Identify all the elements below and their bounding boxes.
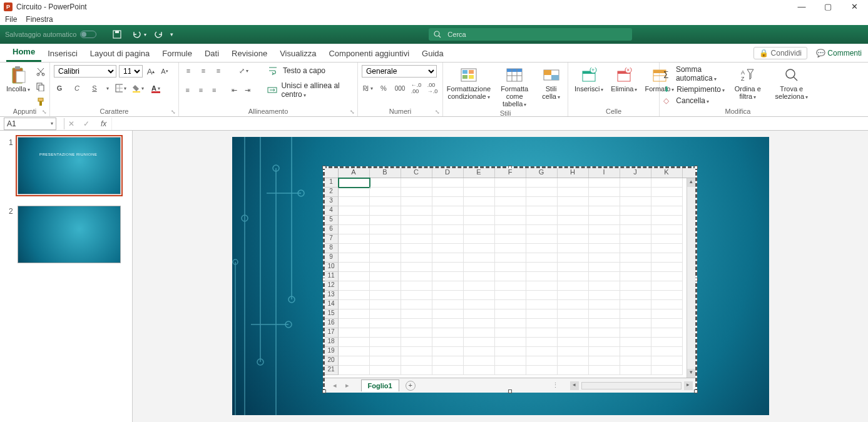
cell[interactable] (651, 234, 683, 244)
cell[interactable] (464, 178, 495, 188)
cell[interactable] (401, 244, 432, 253)
cell[interactable] (495, 300, 526, 309)
cell[interactable] (401, 347, 432, 356)
cell[interactable] (339, 263, 370, 272)
cell[interactable] (620, 300, 651, 309)
cell[interactable] (370, 178, 401, 188)
vertical-scrollbar[interactable]: ▴ ▾ (687, 178, 695, 378)
cell[interactable] (401, 178, 432, 188)
paste-button[interactable]: Incolla (4, 65, 33, 94)
align-bottom-button[interactable]: ≡ (213, 65, 224, 76)
align-right-button[interactable]: ≡ (210, 84, 219, 96)
cell[interactable] (495, 319, 526, 328)
cell[interactable] (495, 225, 526, 234)
new-sheet-button[interactable]: + (406, 381, 416, 391)
cell[interactable] (401, 281, 432, 291)
row-header[interactable]: 6 (325, 225, 339, 234)
scroll-up-button[interactable]: ▴ (687, 178, 695, 187)
cell[interactable] (464, 188, 495, 197)
cell[interactable] (589, 244, 620, 253)
format-painter-button[interactable] (35, 96, 46, 108)
cell[interactable] (464, 216, 495, 225)
cell[interactable] (589, 206, 620, 216)
cell[interactable] (432, 281, 464, 291)
cell[interactable] (558, 347, 589, 356)
cell[interactable] (401, 216, 432, 225)
increase-font-button[interactable]: A▴ (145, 66, 156, 77)
row-header[interactable]: 16 (325, 319, 339, 328)
cell[interactable] (370, 309, 401, 319)
row-header[interactable]: 15 (325, 309, 339, 319)
cell[interactable] (339, 347, 370, 356)
cell[interactable] (526, 366, 558, 375)
cell[interactable] (401, 263, 432, 272)
row-header[interactable]: 7 (325, 234, 339, 244)
underline-button[interactable]: S (89, 83, 100, 94)
cell[interactable] (651, 356, 683, 366)
cell[interactable] (339, 366, 370, 375)
cell[interactable] (401, 300, 432, 309)
cell[interactable] (464, 366, 495, 375)
align-center-button[interactable]: ≡ (196, 84, 205, 96)
sheet-tab-1[interactable]: Foglio1 (361, 379, 399, 391)
cell[interactable] (526, 328, 558, 338)
cell[interactable] (432, 328, 464, 338)
cell[interactable] (432, 338, 464, 347)
cell[interactable] (495, 253, 526, 263)
comments-button[interactable]: 💬 Commenti (816, 49, 862, 58)
row-header[interactable]: 13 (325, 291, 339, 300)
cell[interactable] (495, 263, 526, 272)
resize-handle[interactable] (694, 389, 698, 393)
row-header[interactable]: 1 (325, 178, 339, 188)
cell[interactable] (339, 272, 370, 281)
row-header[interactable]: 19 (325, 347, 339, 356)
cell[interactable] (651, 328, 683, 338)
font-size-select[interactable]: 11 (119, 65, 143, 78)
cell[interactable] (339, 225, 370, 234)
cell[interactable] (620, 272, 651, 281)
autosave-toggle[interactable] (80, 31, 96, 38)
cell[interactable] (495, 338, 526, 347)
save-icon[interactable] (111, 29, 123, 40)
cell[interactable] (370, 281, 401, 291)
cell[interactable] (370, 356, 401, 366)
cell[interactable] (401, 356, 432, 366)
tab-addins[interactable]: Componenti aggiuntivi (322, 45, 416, 62)
cell[interactable] (432, 206, 464, 216)
cell[interactable] (401, 234, 432, 244)
cell[interactable] (464, 319, 495, 328)
font-name-select[interactable]: Calibri (54, 65, 116, 78)
cell[interactable] (620, 216, 651, 225)
autosum-button[interactable]: ∑ Somma automatica (663, 65, 725, 83)
name-box[interactable]: A1▾ (4, 118, 56, 130)
cell[interactable] (495, 356, 526, 366)
increase-indent-button[interactable]: ⇥ (243, 84, 252, 96)
cell[interactable] (526, 253, 558, 263)
cell[interactable] (339, 197, 370, 206)
scroll-left-button[interactable]: ◂ (570, 381, 579, 390)
cell[interactable] (558, 206, 589, 216)
col-header[interactable]: D (432, 168, 464, 178)
cell[interactable] (432, 234, 464, 244)
cell[interactable] (401, 328, 432, 338)
cell[interactable] (495, 188, 526, 197)
cell[interactable] (589, 300, 620, 309)
row-header[interactable]: 20 (325, 356, 339, 366)
row-header[interactable]: 10 (325, 263, 339, 272)
cell[interactable] (558, 281, 589, 291)
row-header[interactable]: 17 (325, 328, 339, 338)
cell[interactable] (526, 347, 558, 356)
cancel-formula-button[interactable]: ✕ (68, 119, 74, 128)
cell[interactable] (620, 225, 651, 234)
row-header[interactable]: 2 (325, 188, 339, 197)
cell[interactable] (370, 225, 401, 234)
cell[interactable] (432, 319, 464, 328)
cell[interactable] (339, 216, 370, 225)
cell[interactable] (370, 300, 401, 309)
cell[interactable] (620, 338, 651, 347)
cell[interactable] (651, 188, 683, 197)
cell[interactable] (464, 225, 495, 234)
col-header[interactable]: C (401, 168, 432, 178)
fx-button[interactable]: fx (101, 119, 106, 128)
cell[interactable] (464, 197, 495, 206)
